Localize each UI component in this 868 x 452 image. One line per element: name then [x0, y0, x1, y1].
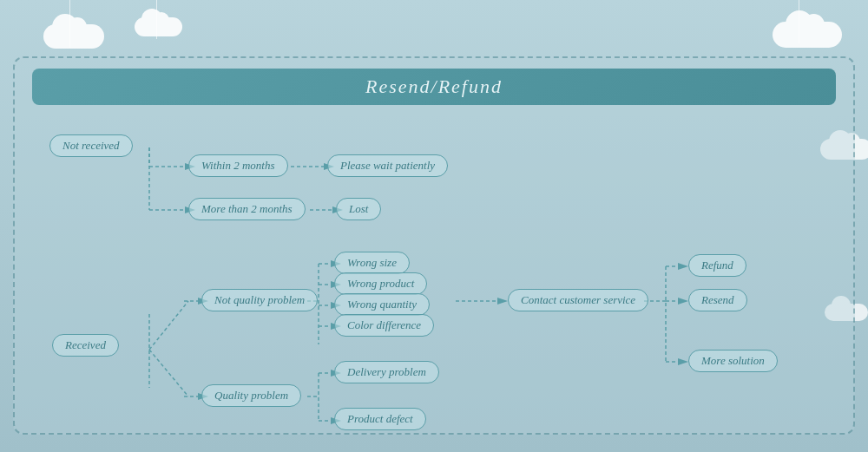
svg-marker-35: [497, 298, 508, 305]
page-title: Resend/Refund: [365, 75, 503, 98]
more-solution-node: More solution: [688, 350, 778, 372]
lost-node: Lost: [336, 198, 381, 220]
delivery-problem-node: Delivery problem: [334, 361, 439, 383]
not-quality-problem-node: Not quality problem: [201, 289, 318, 311]
within-2-months-node: Within 2 months: [188, 154, 288, 177]
cloud-3: [773, 22, 842, 48]
svg-marker-43: [678, 358, 688, 365]
svg-marker-41: [678, 298, 688, 305]
contact-customer-service-node: Contact customer service: [508, 289, 648, 311]
resend-node: Resend: [688, 289, 747, 311]
wrong-size-node: Wrong size: [334, 252, 410, 274]
please-wait-node: Please wait patiently: [327, 154, 448, 177]
not-received-node: Not received: [49, 134, 133, 157]
svg-line-12: [149, 350, 188, 396]
cloud-1: [43, 24, 104, 49]
svg-line-11: [149, 301, 188, 350]
received-node: Received: [52, 334, 119, 357]
product-defect-node: Product defect: [334, 408, 426, 430]
title-bar: Resend/Refund: [32, 69, 836, 105]
main-container: Resend/Refund: [13, 56, 855, 435]
more-than-2-months-node: More than 2 months: [188, 198, 306, 220]
wrong-product-node: Wrong product: [334, 272, 427, 295]
cloud-2: [135, 17, 182, 36]
color-difference-node: Color difference: [334, 314, 434, 337]
refund-node: Refund: [688, 254, 746, 277]
quality-problem-node: Quality problem: [201, 384, 301, 407]
wrong-quantity-node: Wrong quantity: [334, 293, 430, 316]
svg-marker-39: [678, 263, 688, 270]
